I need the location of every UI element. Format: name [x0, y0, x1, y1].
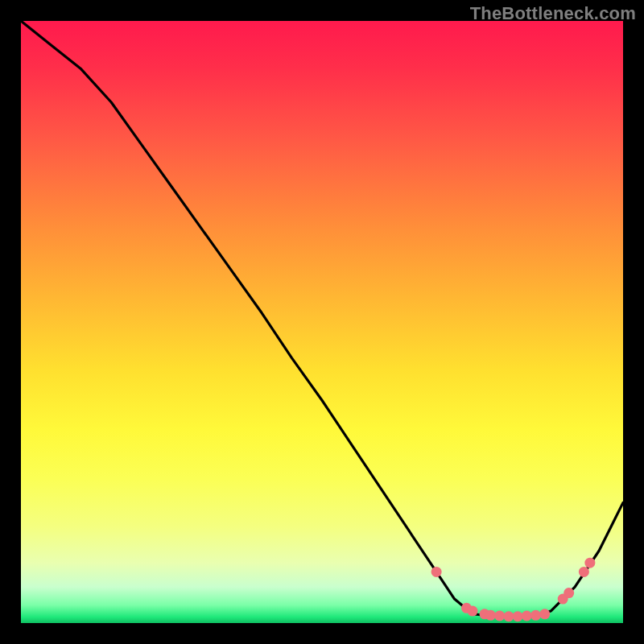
marker-dot [503, 611, 514, 621]
watermark-text: TheBottleneck.com [470, 3, 636, 24]
marker-dot [530, 610, 541, 621]
marker-dot [579, 567, 589, 577]
marker-dot [513, 611, 523, 621]
marker-dot [564, 588, 574, 598]
marker-dot [468, 606, 478, 617]
marker-dot [494, 611, 505, 621]
marker-dot [584, 558, 595, 568]
marker-dot [431, 567, 442, 577]
plot-area [21, 21, 623, 623]
series-curve [21, 21, 623, 617]
series-markers [431, 558, 596, 622]
marker-dot [485, 610, 496, 621]
marker-dot [522, 611, 532, 621]
chart-stage: TheBottleneck.com [0, 0, 644, 644]
chart-svg [21, 21, 623, 623]
marker-dot [539, 609, 550, 619]
